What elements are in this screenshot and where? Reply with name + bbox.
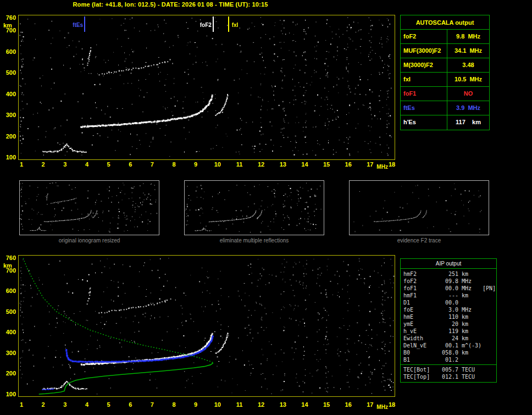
aip-param-label: foF1 bbox=[401, 285, 434, 292]
aip-param-unit: km bbox=[458, 270, 483, 278]
autoscala-row-ftes: ftEs 3.9 MHz bbox=[401, 101, 489, 115]
x-tick-label: 1 bbox=[15, 401, 27, 408]
top-plot-x-axis: 123456789101112131415161718MHz bbox=[18, 161, 403, 171]
aip-row-hmf1: hmF1 --- km bbox=[401, 292, 496, 299]
x-tick-label: 5 bbox=[103, 401, 115, 408]
autoscala-row-muf3000f2: MUF(3000)F2 34.1 MHz bbox=[401, 44, 489, 58]
autoscala-row-fof1: foF1 NO bbox=[401, 87, 489, 101]
aip-param-extra bbox=[483, 278, 496, 285]
aip-param-unit: km bbox=[458, 349, 483, 356]
x-tick-label: 12 bbox=[255, 161, 267, 168]
aip-param-extra: [PN] bbox=[483, 285, 496, 292]
x-tick-label: 10 bbox=[212, 161, 224, 168]
aip-row-delnve: DelN_vE 00.1 m^(-3) bbox=[401, 342, 496, 349]
aip-param-extra bbox=[483, 313, 496, 320]
aip-param-extra bbox=[483, 320, 496, 328]
y-tick-label: 400 bbox=[6, 329, 16, 335]
param-value: 9.8 MHz bbox=[447, 30, 489, 43]
x-tick-label: 3 bbox=[59, 401, 71, 408]
x-tick-label: 17 bbox=[364, 161, 376, 168]
top-ionogram-plot: ftEsfoF2fxI bbox=[18, 15, 395, 160]
param-value: 3.9 MHz bbox=[447, 101, 489, 115]
aip-row-yme: ymE 20 km bbox=[401, 320, 496, 328]
bottom-ionogram-plot bbox=[18, 255, 395, 397]
x-tick-label: 8 bbox=[168, 401, 180, 408]
aip-row-tectop: TEC[Top] 012.1 TECU bbox=[401, 373, 496, 380]
aip-param-label: foF2 bbox=[401, 278, 434, 285]
x-tick-label: 7 bbox=[146, 161, 158, 168]
param-value: NO bbox=[447, 87, 489, 101]
aip-param-label: B1 bbox=[401, 356, 434, 363]
x-tick-label: 12 bbox=[255, 401, 267, 408]
top-plot-y-axis: 760700600500400300200100km bbox=[0, 15, 17, 160]
autoscala-table-title: AUTOSCALA output bbox=[401, 15, 489, 30]
aip-output-table: AIP output hmF2 251 km foF2 09.8 MHz foF… bbox=[400, 258, 497, 383]
autoscala-output-table: AUTOSCALA output foF2 9.8 MHz MUF(3000)F… bbox=[400, 15, 490, 130]
param-label: ftEs bbox=[401, 101, 447, 115]
x-tick-label: 7 bbox=[146, 401, 158, 408]
aip-param-value: 005.7 bbox=[434, 366, 458, 373]
x-tick-label: 4 bbox=[81, 161, 93, 168]
param-label: foF1 bbox=[401, 87, 447, 101]
bottom-plot-x-axis: 123456789101112131415161718MHz bbox=[18, 401, 403, 411]
marker-label-ftes: ftEs bbox=[65, 22, 83, 28]
y-tick-label: 100 bbox=[6, 154, 16, 161]
y-tick-label: 300 bbox=[6, 350, 16, 356]
bottom-plot-y-axis: 760700600500400300200100km bbox=[0, 255, 17, 397]
aip-param-unit: km bbox=[458, 335, 483, 342]
aip-row-hmf2: hmF2 251 km bbox=[401, 270, 496, 278]
x-tick-label: 14 bbox=[298, 401, 311, 408]
aip-param-unit: MHz bbox=[458, 306, 483, 313]
aip-param-value: 00.0 bbox=[434, 285, 458, 292]
x-tick-label: 17 bbox=[364, 401, 376, 408]
x-tick-label: 9 bbox=[190, 161, 202, 168]
x-tick-label: 11 bbox=[233, 401, 245, 408]
aip-row-d1: D1 00.0 bbox=[401, 299, 496, 306]
param-label: fxI bbox=[401, 73, 447, 86]
aip-param-value: 24 bbox=[434, 335, 458, 342]
x-tick-label: 13 bbox=[277, 161, 289, 168]
marker-label-fxi: fxI bbox=[232, 22, 250, 28]
aip-row-hve: h_vE 119 km bbox=[401, 328, 496, 335]
x-tick-label: 1 bbox=[15, 161, 27, 168]
y-axis-unit-label: km bbox=[3, 22, 12, 29]
y-tick-label: 200 bbox=[6, 370, 16, 377]
aip-param-value: 01.2 bbox=[434, 356, 458, 363]
aip-param-label: hmE bbox=[401, 313, 434, 320]
aip-param-unit: MHz bbox=[458, 278, 483, 285]
thumbnail-original-canvas bbox=[19, 180, 159, 235]
aip-param-label: TEC[Top] bbox=[401, 373, 434, 380]
x-tick-label: 10 bbox=[212, 401, 224, 408]
y-tick-label: 500 bbox=[6, 69, 16, 76]
y-tick-label: 300 bbox=[6, 112, 16, 118]
aip-param-value: --- bbox=[434, 292, 458, 299]
x-tick-label: 15 bbox=[320, 401, 332, 408]
thumbnail-f2-trace: evidence F2 trace bbox=[349, 180, 489, 244]
aip-param-value: 058.0 bbox=[434, 349, 458, 356]
aip-param-value: 3.0 bbox=[434, 306, 458, 313]
aip-row-b0: B0 058.0 km bbox=[401, 349, 496, 356]
aip-row-foe: foE 3.0 MHz bbox=[401, 306, 496, 313]
aip-param-label: DelN_vE bbox=[401, 342, 434, 349]
param-value: 34.1 MHz bbox=[447, 44, 489, 58]
x-tick-label: 9 bbox=[190, 401, 202, 408]
x-tick-label: 4 bbox=[81, 401, 93, 408]
y-tick-label: 400 bbox=[6, 91, 16, 97]
y-tick-label: 760 bbox=[6, 14, 16, 21]
x-axis-unit-label: MHz bbox=[376, 404, 388, 410]
thumbnail-caption: evidence F2 trace bbox=[349, 237, 489, 244]
aip-param-label: foE bbox=[401, 306, 434, 313]
aip-param-extra bbox=[483, 328, 496, 335]
aip-param-value: 00.0 bbox=[434, 299, 458, 306]
y-axis-unit-label: km bbox=[3, 262, 12, 269]
x-tick-label: 3 bbox=[59, 161, 71, 168]
aip-param-extra bbox=[483, 306, 496, 313]
aip-param-extra bbox=[483, 349, 496, 356]
y-tick-label: 200 bbox=[6, 133, 16, 140]
aip-param-unit: km bbox=[458, 313, 483, 320]
x-axis-unit-label: MHz bbox=[376, 164, 388, 170]
aip-param-label: Ewidth bbox=[401, 335, 434, 342]
x-tick-label: 8 bbox=[168, 161, 180, 168]
x-tick-label: 13 bbox=[277, 401, 289, 408]
thumbnail-no-multiples: eliminate multiple reflections bbox=[184, 180, 324, 244]
